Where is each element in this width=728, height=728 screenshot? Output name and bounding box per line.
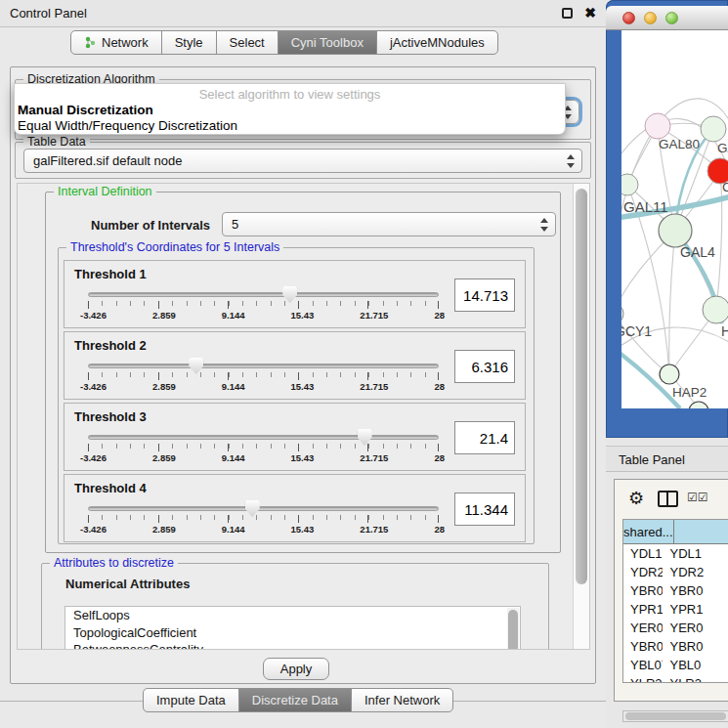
- attr-items-container: SelfLoopsTopologicalCoefficientBetweenne…: [65, 607, 520, 650]
- tab-select[interactable]: Select: [216, 30, 278, 55]
- numerical-attributes-list[interactable]: SelfLoopsTopologicalCoefficientBetweenne…: [64, 606, 521, 650]
- tick-label: 2.859: [152, 452, 176, 463]
- minimize-traffic-light[interactable]: [644, 12, 657, 24]
- checkboxes-icon[interactable]: ☑☑: [687, 491, 708, 504]
- threshold-label: Threshold 3: [74, 409, 147, 424]
- combo-value: galFiltered.sif default node: [33, 153, 182, 168]
- slider-track[interactable]: [88, 506, 439, 511]
- tick-label: 28: [434, 452, 445, 463]
- node-label-partial-mid: H: [721, 323, 728, 339]
- tick-label: 15.43: [291, 381, 315, 392]
- num-intervals-label: Number of Intervals: [91, 218, 210, 233]
- tick-label: 15.43: [291, 524, 315, 535]
- popup-header: Select algorithm to view settings: [15, 87, 565, 102]
- table-data-select[interactable]: galFiltered.sif default node: [23, 149, 582, 173]
- node-partial: [689, 402, 708, 408]
- table-row[interactable]: YDR27...YDR2: [623, 563, 728, 581]
- threshold-value-field[interactable]: [454, 278, 515, 312]
- tick-label: 28: [434, 381, 445, 392]
- table-cell: YBR043C: [623, 583, 663, 598]
- split-column-icon[interactable]: [658, 491, 678, 507]
- threshold-value-field[interactable]: [454, 492, 515, 526]
- tab-network[interactable]: Network: [70, 30, 162, 55]
- table-row[interactable]: YBR043CYBR0: [623, 581, 728, 600]
- attribute-list-item[interactable]: TopologicalCoefficient: [65, 624, 520, 642]
- panel-title: Control Panel: [10, 6, 87, 21]
- close-traffic-light[interactable]: [622, 12, 635, 24]
- tick-label: 9.144: [222, 524, 245, 535]
- node-hap2: [660, 364, 679, 384]
- tab-style[interactable]: Style: [161, 30, 217, 55]
- table-row[interactable]: YDL19...YDL1: [623, 544, 728, 563]
- table-cell: YBL079W: [623, 658, 663, 672]
- zoom-traffic-light[interactable]: [665, 12, 678, 24]
- scrollbar-thumb[interactable]: [508, 610, 518, 650]
- tab-cyni-toolbox[interactable]: Cyni Toolbox: [278, 30, 377, 55]
- threshold-slider[interactable]: -3.4262.8599.14415.4321.71528: [88, 284, 439, 323]
- node-label-partial-right: C: [722, 180, 728, 194]
- apply-button[interactable]: Apply: [263, 658, 329, 680]
- threshold-slider[interactable]: -3.4262.8599.14415.4321.71528: [88, 498, 439, 537]
- list-scrollbar[interactable]: [507, 608, 519, 650]
- table-row[interactable]: YER054CYER0: [623, 619, 728, 637]
- tick-label: 9.144: [222, 381, 245, 392]
- attribute-list-item[interactable]: BetweennessCentrality: [65, 641, 520, 650]
- threshold-value-field[interactable]: [454, 350, 515, 383]
- table-data-group: Table Data galFiltered.sif default node: [15, 142, 591, 179]
- node-green: [703, 296, 728, 323]
- bottom-tab-bar: Impute Data Discretize Data Infer Networ…: [143, 688, 453, 712]
- settings-scrollbar[interactable]: [573, 184, 589, 649]
- slider-tick-labels: -3.4262.8599.14415.4321.71528: [80, 524, 445, 535]
- table-row[interactable]: YLR345WYLR3: [623, 674, 728, 683]
- node-label-partial-top: GA: [717, 141, 728, 155]
- column-header-name[interactable]: na: [674, 520, 728, 544]
- threshold-label: Threshold 4: [74, 481, 147, 495]
- tab-infer-network[interactable]: Infer Network: [351, 688, 453, 712]
- scrollbar-thumb[interactable]: [576, 189, 587, 584]
- scrollbar-thumb[interactable]: [625, 712, 726, 720]
- num-intervals-select[interactable]: 5: [222, 212, 556, 236]
- network-window-titlebar[interactable]: [606, 6, 728, 30]
- table-hscrollbar[interactable]: [622, 710, 728, 722]
- network-canvas[interactable]: GAL80 GA C GAL11 GAL4 GCY1 H HAP2: [621, 30, 728, 408]
- float-window-icon[interactable]: [562, 8, 573, 19]
- attribute-list-item[interactable]: SelfLoops: [65, 607, 520, 624]
- node-label-gal80: GAL80: [659, 137, 700, 151]
- tick-label: 21.715: [360, 381, 388, 392]
- slider-ticks-major: [88, 301, 439, 309]
- combo-arrows-icon: [540, 217, 548, 233]
- column-header-shared[interactable]: shared...: [623, 520, 674, 544]
- table-row[interactable]: YBR045CYBR0: [623, 637, 728, 656]
- table-row[interactable]: YPR145WYPR1: [623, 600, 728, 619]
- tick-label: 9.144: [222, 310, 245, 321]
- close-icon[interactable]: ✖: [584, 5, 596, 21]
- tab-discretize-data[interactable]: Discretize Data: [238, 688, 352, 712]
- threshold-value-field[interactable]: [454, 421, 515, 454]
- slider-tick-labels: -3.4262.8599.14415.4321.71528: [80, 310, 445, 321]
- slider-track[interactable]: [88, 435, 439, 440]
- gear-icon[interactable]: ⚙: [628, 488, 644, 509]
- popup-option-equal-width[interactable]: Equal Width/Frequency Discretization: [18, 118, 237, 133]
- node-pink: [645, 113, 670, 139]
- table-cell: YPR1: [663, 602, 728, 617]
- tick-label: 2.859: [152, 524, 176, 535]
- threshold-slider[interactable]: -3.4262.8599.14415.4321.71528: [88, 427, 439, 466]
- tab-impute-data[interactable]: Impute Data: [143, 688, 239, 712]
- slider-track[interactable]: [88, 292, 439, 297]
- tab-jactivemnodules[interactable]: jActiveMNodules: [376, 30, 498, 55]
- threshold-slider[interactable]: -3.4262.8599.14415.4321.71528: [88, 356, 439, 395]
- node-table[interactable]: shared... na YDL19...YDL1YDR27...YDR2YBR…: [622, 519, 728, 683]
- tab-label: Network: [102, 31, 149, 55]
- tick-label: -3.426: [80, 452, 107, 463]
- threshold-label: Threshold 1: [74, 267, 147, 281]
- combo-arrows-icon: [567, 153, 575, 169]
- tick-label: 21.715: [360, 452, 388, 463]
- table-cell: YBR045C: [623, 639, 663, 654]
- popup-option-manual-discretization[interactable]: Manual Discretization: [18, 103, 153, 117]
- control-panel: Control Panel ✖ Network Style Select Cyn…: [0, 0, 606, 728]
- table-row[interactable]: YBL079WYBL0: [623, 656, 728, 674]
- table-cell: YBR0: [663, 583, 728, 598]
- slider-track[interactable]: [88, 364, 439, 368]
- table-cell: YLR3: [663, 676, 728, 683]
- table-panel-body: ⚙ ☑☑ shared... na YDL19...YDL1YDR27...YD…: [614, 479, 728, 702]
